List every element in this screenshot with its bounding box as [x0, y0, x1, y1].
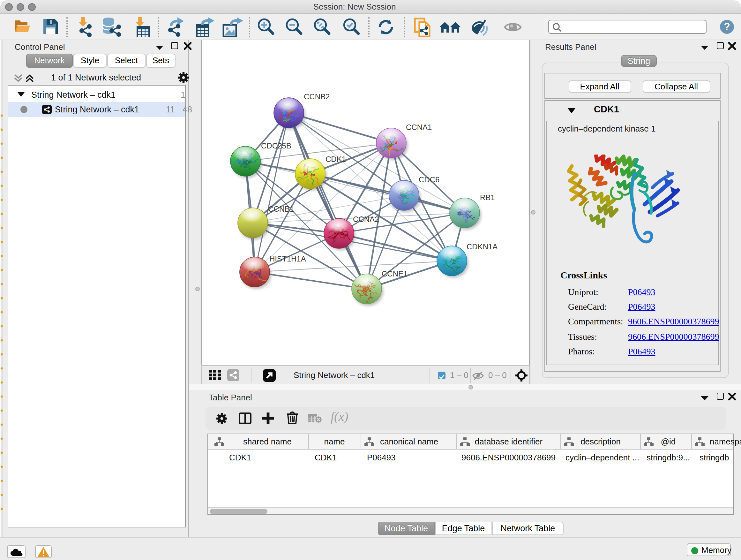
svg-text:CCNA2: CCNA2	[353, 215, 379, 224]
svg-text:CDC25B: CDC25B	[261, 141, 291, 150]
svg-text:CDC6: CDC6	[419, 175, 440, 184]
svg-text:CCNB1: CCNB1	[268, 205, 294, 213]
svg-text:CCNB2: CCNB2	[304, 92, 330, 101]
svg-text:RB1: RB1	[480, 193, 495, 202]
svg-text:CCNA1: CCNA1	[406, 123, 432, 132]
svg-text:CDKN1A: CDKN1A	[467, 242, 497, 251]
svg-text:CDK1: CDK1	[326, 155, 346, 164]
svg-text:CCNE1: CCNE1	[382, 269, 408, 278]
svg-text:HIST1H1A: HIST1H1A	[269, 254, 306, 263]
